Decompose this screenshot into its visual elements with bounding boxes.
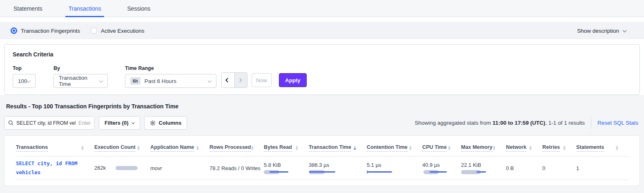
sort-arrows-icon[interactable]	[354, 146, 356, 150]
search-criteria-title: Search Criteria	[13, 51, 631, 58]
radio-label: Transaction Fingerprints	[21, 28, 80, 34]
cpu-time-value: 40.9 µs	[422, 162, 461, 168]
sort-arrows-icon[interactable]	[616, 146, 618, 150]
chevron-right-icon	[238, 78, 242, 82]
bytes-read-value: 5.8 KiB	[264, 162, 309, 168]
search-enter-hint: Enter	[78, 120, 91, 126]
sort-arrows-icon[interactable]	[81, 146, 84, 150]
apply-button[interactable]: Apply	[279, 73, 307, 87]
criteria-controls-row: Top 100 By Transaction Time Time Range 6…	[13, 63, 631, 88]
table-row: SELECT city, id FROM vehicles 262k movr …	[16, 156, 629, 180]
results-table-card: Transactions Execution Count Application…	[4, 135, 640, 186]
results-toolbar: SELECT city, id FROM vehicles W Enter Fi…	[4, 116, 640, 130]
sort-arrows-icon[interactable]	[251, 146, 254, 150]
table-header-row: Transactions Execution Count Application…	[16, 140, 629, 156]
max-memory-bar	[461, 170, 490, 174]
view-mode-radio-group: Transaction Fingerprints Active Executio…	[11, 27, 145, 34]
transactions-table: Transactions Execution Count Application…	[16, 140, 629, 180]
radio-label: Active Executions	[101, 28, 145, 34]
tab-sessions[interactable]: Sessions	[124, 0, 154, 17]
column-header-transaction-time[interactable]: Transaction Time	[309, 140, 367, 156]
previous-time-window-button[interactable]	[222, 73, 234, 88]
bytes-read-bar	[264, 170, 293, 174]
by-field: By Transaction Time	[53, 65, 125, 88]
by-select[interactable]: Transaction Time	[53, 74, 108, 88]
aggregated-stats-text: Showing aggregated stats from 11:00 to 1…	[415, 120, 585, 126]
column-header-retries[interactable]: Retries	[542, 140, 576, 156]
radio-active-executions[interactable]: Active Executions	[91, 27, 145, 34]
chevron-down-icon	[131, 121, 134, 124]
tab-bar: Statements Transactions Sessions	[0, 0, 644, 17]
rows-processed-value: 78.2 Reads / 0 Writes	[209, 165, 261, 171]
tab-transactions[interactable]: Transactions	[65, 0, 105, 17]
column-header-execution-count[interactable]: Execution Count	[94, 140, 150, 156]
column-header-rows-processed[interactable]: Rows Processed	[209, 140, 264, 156]
column-header-cpu-time[interactable]: CPU Time	[422, 140, 461, 156]
time-range-badge: 6h	[130, 77, 140, 85]
statements-value: 1	[576, 165, 579, 171]
gear-icon	[150, 120, 156, 126]
filters-button[interactable]: Filters (0)	[99, 116, 140, 130]
top-field: Top 100	[13, 65, 53, 88]
time-range-select[interactable]: 6h Past 6 Hours	[125, 74, 216, 88]
column-header-network[interactable]: Network	[506, 140, 542, 156]
network-value: 0 B	[506, 165, 514, 171]
sort-arrows-icon[interactable]	[493, 146, 495, 150]
transaction-time-value: 386.3 µs	[309, 162, 367, 168]
column-header-bytes-read[interactable]: Bytes Read	[264, 140, 309, 156]
columns-button[interactable]: Columns	[144, 116, 187, 130]
application-name-value: movr	[150, 165, 162, 171]
spacer	[0, 17, 644, 22]
columns-label: Columns	[159, 120, 182, 126]
show-description-label: Show description	[577, 28, 619, 34]
transaction-time-bar	[309, 170, 338, 174]
radio-selected-icon[interactable]	[11, 27, 17, 34]
results-heading: Results - Top 100 Transaction Fingerprin…	[4, 103, 640, 110]
column-header-transactions[interactable]: Transactions	[16, 140, 94, 156]
max-memory-value: 22.1 KiB	[461, 162, 506, 168]
contention-time-value: 5.1 µs	[367, 162, 422, 168]
sort-arrows-icon[interactable]	[529, 146, 532, 150]
chevron-down-icon	[623, 28, 627, 32]
show-description-toggle[interactable]: Show description	[577, 28, 626, 34]
by-label: By	[53, 65, 125, 71]
top-label: Top	[13, 65, 53, 71]
top-select[interactable]: 100	[13, 74, 36, 88]
radio-unselected-icon[interactable]	[91, 27, 97, 34]
transaction-fingerprint-link[interactable]: SELECT city, id FROM vehicles	[16, 159, 90, 177]
column-header-application-name[interactable]: Application Name	[150, 140, 209, 156]
by-select-value: Transaction Time	[59, 75, 100, 87]
search-icon	[8, 120, 13, 126]
sort-arrows-icon[interactable]	[296, 146, 298, 150]
sort-arrows-icon[interactable]	[448, 146, 450, 150]
search-criteria-card: Search Criteria Top 100 By Transaction T…	[4, 44, 640, 95]
now-button[interactable]: Now	[252, 73, 272, 87]
next-time-window-button[interactable]	[234, 73, 247, 88]
sort-arrows-icon[interactable]	[563, 146, 566, 150]
time-range-value: Past 6 Hours	[145, 78, 176, 84]
view-mode-band: Transaction Fingerprints Active Executio…	[0, 22, 644, 39]
time-range-label: Time Range	[125, 65, 216, 71]
tab-statements[interactable]: Statements	[10, 0, 46, 17]
sort-arrows-icon[interactable]	[196, 146, 199, 150]
filters-label: Filters (0)	[105, 120, 129, 126]
sql-search-input[interactable]: SELECT city, id FROM vehicles W Enter	[4, 116, 95, 130]
execution-count-bar	[116, 166, 145, 170]
time-window-nav	[221, 72, 247, 88]
time-range-field: Time Range 6h Past 6 Hours	[125, 65, 216, 88]
column-header-contention-time[interactable]: Contention Time	[367, 140, 422, 156]
radio-transaction-fingerprints[interactable]: Transaction Fingerprints	[11, 27, 80, 34]
column-header-max-memory[interactable]: Max Memory	[461, 140, 506, 156]
execution-count-value: 262k	[94, 165, 106, 171]
sort-arrows-icon[interactable]	[137, 146, 140, 150]
results-section: Results - Top 100 Transaction Fingerprin…	[0, 95, 644, 193]
sort-arrows-icon[interactable]	[409, 146, 412, 150]
contention-time-bar	[367, 170, 396, 174]
search-criteria-section: Search Criteria Top 100 By Transaction T…	[0, 39, 644, 95]
reset-sql-stats-link[interactable]: Reset SQL Stats	[597, 120, 640, 126]
search-input-value: SELECT city, id FROM vehicles W	[16, 120, 76, 126]
vertical-divider	[591, 117, 591, 129]
cpu-time-bar	[422, 170, 452, 174]
chevron-down-icon	[208, 79, 212, 83]
column-header-statements[interactable]: Statements	[576, 140, 629, 156]
